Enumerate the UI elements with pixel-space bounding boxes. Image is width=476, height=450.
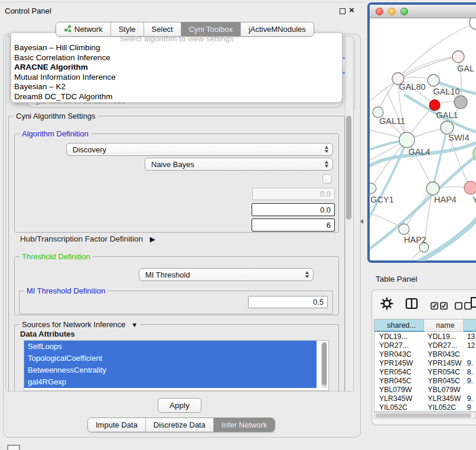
node-label: GAL4 xyxy=(408,147,430,156)
algorithm-option[interactable]: Bayesian – Hill Climbing xyxy=(13,43,100,53)
node-label: GCY1 xyxy=(370,195,394,204)
attribute-item[interactable]: TopologicalCoefficient xyxy=(24,353,317,364)
tab-jactivemnodules[interactable]: jActiveMNodules xyxy=(241,22,314,36)
tab-infer-network[interactable]: Infer Network xyxy=(214,418,275,432)
panel-splitter-handle[interactable] xyxy=(360,219,363,224)
control-panel-title: Control Panel xyxy=(5,6,51,15)
algorithm-option-selected[interactable]: ARACNE Algorithm xyxy=(13,63,88,72)
cyni-settings-group-title: Cyni Algorithm Settings xyxy=(14,112,97,120)
split-columns-icon[interactable] xyxy=(405,298,418,312)
kernel-width-field[interactable]: 0.0 xyxy=(252,188,335,200)
data-attributes-list: SelfLoops TopologicalCoefficient Between… xyxy=(24,340,329,391)
checked-checkboxes-icon[interactable] xyxy=(431,302,448,312)
table-row[interactable]: YBR043C YBR043C xyxy=(374,350,476,358)
dpi-tolerance-field[interactable]: 0.0 xyxy=(252,203,335,216)
mi-threshold-group-title: MI Threshold Definition xyxy=(24,286,107,295)
table-row[interactable]: YLR345W YLR345W 9. xyxy=(374,394,476,403)
collapsed-panel-icon[interactable] xyxy=(7,445,20,450)
tab-network-label: Network xyxy=(74,25,103,34)
network-node[interactable] xyxy=(399,132,415,148)
threshold-definition-title: Threshold Definition xyxy=(19,252,93,261)
column-header[interactable] xyxy=(464,319,476,332)
node-label: GAL10 xyxy=(433,87,459,96)
node-label: GAL1 xyxy=(436,110,458,120)
data-attributes-label: Data Attributes xyxy=(20,330,75,338)
mi-steps-field[interactable]: 6 xyxy=(252,219,335,231)
table-header-row: shared... name xyxy=(374,319,476,332)
tab-cyni-toolbox[interactable]: Cyni Toolbox xyxy=(181,22,241,36)
network-node[interactable] xyxy=(452,51,464,63)
tab-style[interactable]: Style xyxy=(111,22,144,36)
float-panel-icon[interactable] xyxy=(340,8,345,14)
attributes-scrollbar-thumb[interactable] xyxy=(322,343,327,385)
mi-threshold-field[interactable]: 0.5 xyxy=(248,296,328,308)
network-canvas[interactable]: GAL GAL80 GAL10 GAL1 GAL11 SWI4 GAL4 GCY… xyxy=(370,18,476,261)
table-row[interactable]: YER054C YER054C 8. xyxy=(374,367,476,376)
network-node[interactable] xyxy=(399,224,409,234)
network-node[interactable] xyxy=(428,74,439,86)
sources-group-title[interactable]: Sources for Network Inference ▼ xyxy=(19,320,140,329)
table-row[interactable]: YPR145W YPR145W 9. xyxy=(374,358,476,367)
network-node[interactable] xyxy=(464,181,476,194)
cyni-bottom-tabbar: Impute Data Discretize Data Infer Networ… xyxy=(87,418,275,432)
background-groupbox-edge xyxy=(354,40,355,110)
hub-definition-section[interactable]: Hub/Transcription Factor Definition ▶ xyxy=(20,234,155,243)
table-row[interactable]: YDL19... YDL19... 13 xyxy=(374,332,476,341)
table-row[interactable]: YBL079W YBL079W xyxy=(374,385,476,394)
close-icon[interactable]: × xyxy=(349,5,354,15)
document-icon[interactable] xyxy=(470,296,476,311)
node-label: GAL xyxy=(457,64,474,73)
zoom-traffic-light-icon[interactable] xyxy=(400,8,408,15)
aracne-mode-select[interactable]: Discovery xyxy=(66,143,333,156)
manual-kernel-checkbox[interactable] xyxy=(322,174,332,184)
control-panel-tabbar: Network Style Select Cyni Toolbox jActiv… xyxy=(56,22,314,37)
mi-type-select[interactable]: Naive Bayes xyxy=(145,158,333,171)
column-header-name[interactable]: name xyxy=(424,319,463,332)
apply-button[interactable]: Apply xyxy=(158,398,201,413)
attribute-item[interactable]: gal4RGexp xyxy=(24,376,317,388)
table-hscrollbar-thumb[interactable] xyxy=(376,413,471,418)
settings-scrollbar-thumb[interactable] xyxy=(346,116,351,220)
table-row[interactable]: YIL052C YIL052C 9 xyxy=(374,403,476,412)
table-row[interactable]: YDR27... YDR27... 12 xyxy=(374,341,476,350)
combo-arrows-icon xyxy=(325,146,328,153)
network-node[interactable] xyxy=(426,182,439,195)
table-hscrollbar-track[interactable] xyxy=(374,412,476,419)
node-label: GAL11 xyxy=(379,116,405,126)
network-node[interactable] xyxy=(454,96,467,109)
node-table: shared... name YDL19... YDL19... 13 YDR2… xyxy=(374,319,476,412)
close-traffic-light-icon[interactable] xyxy=(376,8,383,15)
algorithm-option[interactable]: Basic Correlation Inference xyxy=(13,53,110,63)
gear-icon[interactable] xyxy=(380,297,393,312)
network-node[interactable] xyxy=(441,121,454,134)
minimize-traffic-light-icon[interactable] xyxy=(388,8,396,15)
column-header-shared[interactable]: shared... xyxy=(374,319,424,332)
attributes-scrollbar[interactable] xyxy=(321,342,327,388)
node-label: HAP2 xyxy=(404,235,426,244)
mi-type-value: Naive Bayes xyxy=(151,160,325,169)
tab-discretize-data[interactable]: Discretize Data xyxy=(146,418,214,432)
expanded-arrow-icon: ▼ xyxy=(131,321,138,328)
node-label: Y xyxy=(472,195,476,204)
which-threshold-value: MI Threshold xyxy=(145,270,305,279)
algorithm-option[interactable]: Dream8 DC_TDC Algorithm xyxy=(13,92,113,102)
network-node[interactable] xyxy=(470,18,476,30)
algorithm-option[interactable]: Mutual Information Inference xyxy=(13,73,116,82)
which-threshold-select[interactable]: MI Threshold xyxy=(139,268,314,281)
network-window-titlebar[interactable] xyxy=(370,5,476,18)
table-row[interactable]: YBR045C YBR045C 9. xyxy=(374,376,476,385)
algorithm-select-popup: Select algorithm to view settings Bayesi… xyxy=(11,32,343,103)
node-label: SWI4 xyxy=(448,133,469,142)
algorithm-option[interactable]: Bayesian – K2 xyxy=(13,82,66,92)
network-node[interactable] xyxy=(370,183,376,194)
aracne-mode-value: Discovery xyxy=(73,145,325,154)
top-divider xyxy=(0,2,366,2)
attribute-item[interactable]: BetweennessCentrality xyxy=(24,364,317,376)
algorithm-definition-title: Algorithm Definition xyxy=(19,129,91,138)
attribute-item[interactable]: SelfLoops xyxy=(24,341,317,353)
tab-network[interactable]: Network xyxy=(56,22,111,36)
tab-select[interactable]: Select xyxy=(144,22,181,36)
network-node-selected[interactable] xyxy=(429,100,440,110)
tab-impute-data[interactable]: Impute Data xyxy=(88,418,146,432)
node-label: GAL80 xyxy=(399,82,425,92)
